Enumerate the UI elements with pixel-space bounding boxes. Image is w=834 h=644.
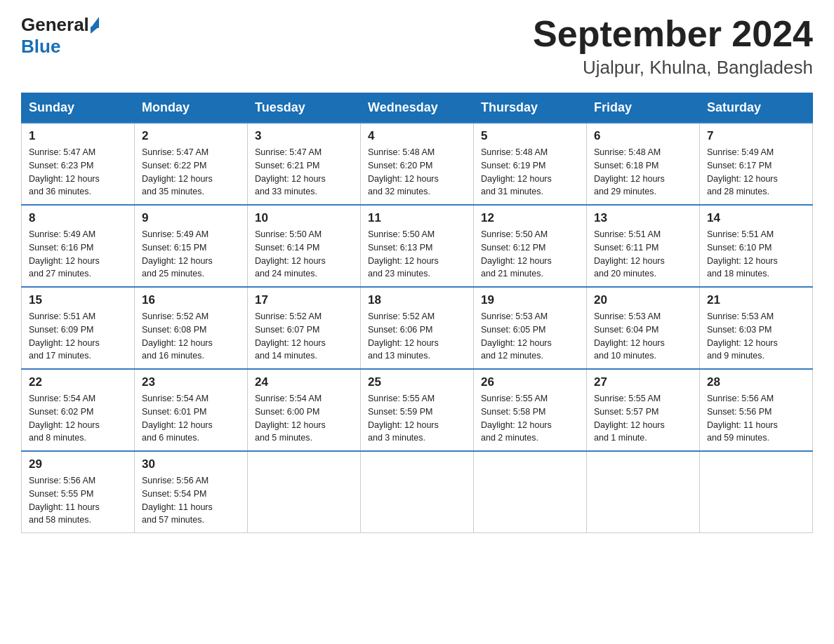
day-info: Sunrise: 5:56 AMSunset: 5:54 PMDaylight:… [142,474,240,527]
day-info: Sunrise: 5:51 AMSunset: 6:09 PMDaylight:… [29,310,127,363]
header-friday: Friday [587,93,700,123]
calendar-cell: 2 Sunrise: 5:47 AMSunset: 6:22 PMDayligh… [135,123,248,205]
calendar-cell: 10 Sunrise: 5:50 AMSunset: 6:14 PMDaylig… [248,205,361,287]
calendar-cell: 6 Sunrise: 5:48 AMSunset: 6:18 PMDayligh… [587,123,700,205]
header-saturday: Saturday [700,93,813,123]
calendar-cell: 23 Sunrise: 5:54 AMSunset: 6:01 PMDaylig… [135,369,248,451]
calendar-cell [700,451,813,533]
day-number: 25 [368,375,466,389]
calendar-title: September 2024 [533,14,813,54]
calendar-cell: 15 Sunrise: 5:51 AMSunset: 6:09 PMDaylig… [22,287,135,369]
day-info: Sunrise: 5:52 AMSunset: 6:07 PMDaylight:… [255,310,353,363]
calendar-cell [361,451,474,533]
day-number: 12 [481,211,579,225]
day-number: 11 [368,211,466,225]
day-number: 3 [255,129,353,143]
day-number: 15 [29,293,127,307]
day-info: Sunrise: 5:52 AMSunset: 6:08 PMDaylight:… [142,310,240,363]
day-number: 18 [368,293,466,307]
week-row-2: 8 Sunrise: 5:49 AMSunset: 6:16 PMDayligh… [22,205,813,287]
calendar-cell: 24 Sunrise: 5:54 AMSunset: 6:00 PMDaylig… [248,369,361,451]
header-sunday: Sunday [22,93,135,123]
day-info: Sunrise: 5:53 AMSunset: 6:05 PMDaylight:… [481,310,579,363]
day-info: Sunrise: 5:53 AMSunset: 6:04 PMDaylight:… [594,310,692,363]
day-number: 26 [481,375,579,389]
day-info: Sunrise: 5:51 AMSunset: 6:10 PMDaylight:… [707,228,805,281]
day-number: 20 [594,293,692,307]
logo-blue-text: Blue [21,36,60,58]
calendar-subtitle: Ujalpur, Khulna, Bangladesh [533,57,813,79]
day-number: 19 [481,293,579,307]
calendar-cell: 7 Sunrise: 5:49 AMSunset: 6:17 PMDayligh… [700,123,813,205]
day-number: 16 [142,293,240,307]
calendar-cell: 8 Sunrise: 5:49 AMSunset: 6:16 PMDayligh… [22,205,135,287]
week-row-3: 15 Sunrise: 5:51 AMSunset: 6:09 PMDaylig… [22,287,813,369]
calendar-cell: 12 Sunrise: 5:50 AMSunset: 6:12 PMDaylig… [474,205,587,287]
title-block: September 2024 Ujalpur, Khulna, Banglade… [533,14,813,79]
day-number: 21 [707,293,805,307]
day-number: 7 [707,129,805,143]
calendar-cell: 11 Sunrise: 5:50 AMSunset: 6:13 PMDaylig… [361,205,474,287]
day-number: 13 [594,211,692,225]
day-number: 5 [481,129,579,143]
calendar-cell: 29 Sunrise: 5:56 AMSunset: 5:55 PMDaylig… [22,451,135,533]
day-info: Sunrise: 5:47 AMSunset: 6:21 PMDaylight:… [255,146,353,199]
day-number: 29 [29,457,127,471]
calendar-cell: 17 Sunrise: 5:52 AMSunset: 6:07 PMDaylig… [248,287,361,369]
calendar-cell: 30 Sunrise: 5:56 AMSunset: 5:54 PMDaylig… [135,451,248,533]
day-number: 10 [255,211,353,225]
day-info: Sunrise: 5:55 AMSunset: 5:59 PMDaylight:… [368,392,466,445]
calendar-cell: 4 Sunrise: 5:48 AMSunset: 6:20 PMDayligh… [361,123,474,205]
day-number: 22 [29,375,127,389]
day-number: 28 [707,375,805,389]
day-info: Sunrise: 5:51 AMSunset: 6:11 PMDaylight:… [594,228,692,281]
calendar-cell: 27 Sunrise: 5:55 AMSunset: 5:57 PMDaylig… [587,369,700,451]
day-number: 8 [29,211,127,225]
calendar-cell: 20 Sunrise: 5:53 AMSunset: 6:04 PMDaylig… [587,287,700,369]
day-info: Sunrise: 5:49 AMSunset: 6:15 PMDaylight:… [142,228,240,281]
day-number: 1 [29,129,127,143]
header-thursday: Thursday [474,93,587,123]
day-info: Sunrise: 5:49 AMSunset: 6:17 PMDaylight:… [707,146,805,199]
day-number: 6 [594,129,692,143]
day-info: Sunrise: 5:50 AMSunset: 6:12 PMDaylight:… [481,228,579,281]
day-number: 30 [142,457,240,471]
day-number: 24 [255,375,353,389]
day-info: Sunrise: 5:53 AMSunset: 6:03 PMDaylight:… [707,310,805,363]
calendar-cell [587,451,700,533]
day-info: Sunrise: 5:54 AMSunset: 6:01 PMDaylight:… [142,392,240,445]
day-info: Sunrise: 5:47 AMSunset: 6:23 PMDaylight:… [29,146,127,199]
day-number: 17 [255,293,353,307]
day-info: Sunrise: 5:48 AMSunset: 6:20 PMDaylight:… [368,146,466,199]
day-info: Sunrise: 5:49 AMSunset: 6:16 PMDaylight:… [29,228,127,281]
calendar-cell: 14 Sunrise: 5:51 AMSunset: 6:10 PMDaylig… [700,205,813,287]
day-info: Sunrise: 5:56 AMSunset: 5:55 PMDaylight:… [29,474,127,527]
week-row-4: 22 Sunrise: 5:54 AMSunset: 6:02 PMDaylig… [22,369,813,451]
day-info: Sunrise: 5:48 AMSunset: 6:18 PMDaylight:… [594,146,692,199]
day-number: 14 [707,211,805,225]
week-row-1: 1 Sunrise: 5:47 AMSunset: 6:23 PMDayligh… [22,123,813,205]
day-info: Sunrise: 5:52 AMSunset: 6:06 PMDaylight:… [368,310,466,363]
calendar-cell: 5 Sunrise: 5:48 AMSunset: 6:19 PMDayligh… [474,123,587,205]
header-wednesday: Wednesday [361,93,474,123]
calendar-cell: 18 Sunrise: 5:52 AMSunset: 6:06 PMDaylig… [361,287,474,369]
calendar-cell: 9 Sunrise: 5:49 AMSunset: 6:15 PMDayligh… [135,205,248,287]
calendar-cell: 19 Sunrise: 5:53 AMSunset: 6:05 PMDaylig… [474,287,587,369]
week-row-5: 29 Sunrise: 5:56 AMSunset: 5:55 PMDaylig… [22,451,813,533]
day-info: Sunrise: 5:50 AMSunset: 6:13 PMDaylight:… [368,228,466,281]
day-info: Sunrise: 5:56 AMSunset: 5:56 PMDaylight:… [707,392,805,445]
calendar-cell: 28 Sunrise: 5:56 AMSunset: 5:56 PMDaylig… [700,369,813,451]
header-row: Sunday Monday Tuesday Wednesday Thursday… [22,93,813,123]
day-info: Sunrise: 5:55 AMSunset: 5:57 PMDaylight:… [594,392,692,445]
logo-general-text: General [21,14,89,36]
day-number: 23 [142,375,240,389]
day-info: Sunrise: 5:54 AMSunset: 6:02 PMDaylight:… [29,392,127,445]
day-number: 27 [594,375,692,389]
calendar-cell: 16 Sunrise: 5:52 AMSunset: 6:08 PMDaylig… [135,287,248,369]
day-info: Sunrise: 5:54 AMSunset: 6:00 PMDaylight:… [255,392,353,445]
calendar-cell: 22 Sunrise: 5:54 AMSunset: 6:02 PMDaylig… [22,369,135,451]
day-number: 4 [368,129,466,143]
calendar-cell: 1 Sunrise: 5:47 AMSunset: 6:23 PMDayligh… [22,123,135,205]
day-info: Sunrise: 5:48 AMSunset: 6:19 PMDaylight:… [481,146,579,199]
calendar-cell: 21 Sunrise: 5:53 AMSunset: 6:03 PMDaylig… [700,287,813,369]
